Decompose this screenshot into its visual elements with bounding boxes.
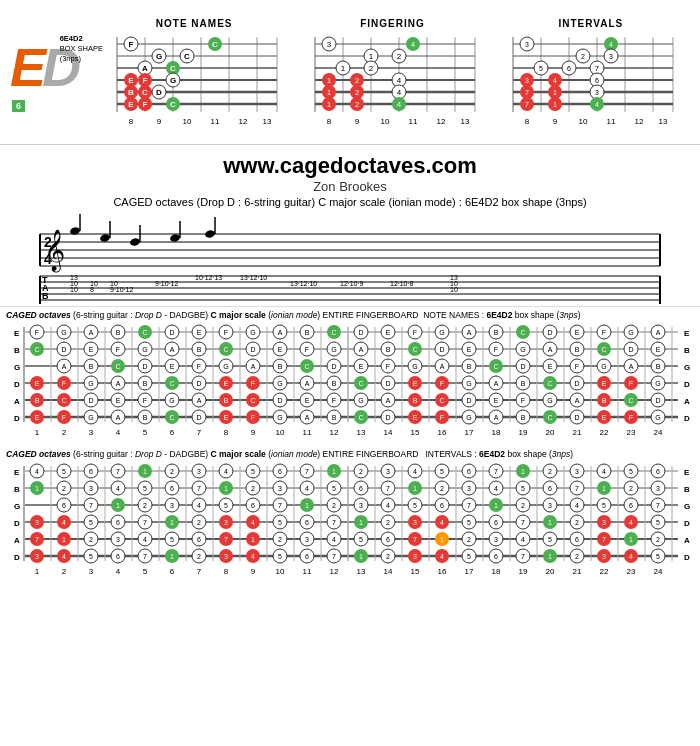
svg-text:F: F: [629, 380, 633, 387]
svg-text:G: G: [684, 502, 690, 511]
svg-text:1: 1: [553, 101, 557, 108]
note-names-fb-label: CAGED octaves (6-string guitar : Drop D …: [6, 310, 694, 320]
svg-text:D: D: [466, 397, 471, 404]
svg-text:G: G: [277, 414, 282, 421]
svg-text:E: E: [35, 380, 40, 387]
svg-text:2: 2: [359, 468, 363, 475]
svg-text:F: F: [440, 414, 444, 421]
svg-text:10: 10: [381, 117, 390, 126]
svg-text:9: 9: [156, 117, 161, 126]
svg-text:C: C: [628, 397, 633, 404]
svg-text:E: E: [494, 397, 499, 404]
note-names-fb-svg: E B G D A D E B G D A D: [6, 322, 694, 440]
svg-text:3: 3: [656, 485, 660, 492]
svg-text:G: G: [684, 363, 690, 372]
svg-text:2: 2: [355, 76, 360, 85]
svg-text:6: 6: [467, 468, 471, 475]
note-names-svg: F C C G A C E F: [107, 32, 282, 127]
svg-text:5: 5: [143, 485, 147, 492]
notation-staff: 2 4 T A B 13 10 10 10 8 10 9·10·12 9·10·…: [8, 214, 692, 304]
svg-text:2: 2: [369, 64, 374, 73]
svg-text:7: 7: [35, 536, 39, 543]
svg-text:D: D: [520, 363, 525, 370]
svg-text:D: D: [684, 553, 690, 562]
svg-text:1: 1: [548, 519, 552, 526]
svg-text:4: 4: [413, 468, 417, 475]
svg-text:B: B: [467, 363, 472, 370]
svg-text:4: 4: [332, 536, 336, 543]
svg-text:12: 12: [238, 117, 247, 126]
svg-point-187: [99, 233, 110, 242]
svg-text:2: 2: [62, 567, 67, 576]
svg-text:1: 1: [116, 502, 120, 509]
svg-text:3: 3: [35, 519, 39, 526]
svg-text:7: 7: [525, 101, 529, 108]
svg-text:5: 5: [62, 468, 66, 475]
svg-text:1: 1: [35, 567, 40, 576]
svg-text:3: 3: [467, 485, 471, 492]
svg-text:23: 23: [627, 428, 636, 437]
svg-text:6: 6: [170, 485, 174, 492]
svg-text:1: 1: [224, 485, 228, 492]
svg-text:17: 17: [465, 428, 474, 437]
svg-point-189: [129, 237, 140, 246]
svg-text:1: 1: [553, 89, 557, 96]
svg-text:B: B: [332, 414, 337, 421]
fingering-svg: 3 4 1 2 1 2 1 2 4 1 2: [305, 32, 480, 127]
svg-text:A: A: [656, 329, 661, 336]
svg-text:B: B: [413, 397, 418, 404]
svg-text:D: D: [169, 329, 174, 336]
box-shape-label: BOX SHAPE: [60, 44, 103, 54]
svg-text:1: 1: [305, 502, 309, 509]
svg-text:F: F: [629, 414, 633, 421]
svg-text:4: 4: [397, 88, 402, 97]
svg-text:B: B: [305, 329, 310, 336]
svg-text:B: B: [684, 485, 690, 494]
svg-text:2: 2: [332, 502, 336, 509]
svg-text:G: G: [277, 380, 282, 387]
e-letter: E: [10, 40, 46, 94]
svg-text:F: F: [305, 346, 309, 353]
svg-text:8: 8: [327, 117, 332, 126]
svg-text:D: D: [156, 88, 162, 97]
svg-text:B: B: [116, 329, 121, 336]
svg-text:10: 10: [276, 428, 285, 437]
svg-text:F: F: [602, 329, 606, 336]
svg-text:D: D: [14, 519, 20, 528]
svg-text:9·10·12: 9·10·12: [155, 280, 178, 287]
svg-text:4: 4: [629, 553, 633, 560]
svg-text:13: 13: [659, 117, 668, 126]
svg-text:A: A: [386, 397, 391, 404]
svg-text:6: 6: [575, 536, 579, 543]
svg-text:B: B: [332, 380, 337, 387]
svg-text:B: B: [42, 291, 49, 301]
svg-text:5: 5: [170, 536, 174, 543]
svg-text:G: G: [466, 380, 471, 387]
svg-text:G: G: [250, 329, 255, 336]
svg-text:11: 11: [303, 428, 312, 437]
svg-text:3: 3: [602, 553, 606, 560]
svg-text:15: 15: [411, 567, 420, 576]
svg-text:C: C: [520, 329, 525, 336]
svg-text:6: 6: [440, 502, 444, 509]
svg-text:G: G: [628, 329, 633, 336]
svg-text:B: B: [14, 485, 20, 494]
svg-text:G: G: [655, 414, 660, 421]
svg-text:D: D: [14, 553, 20, 562]
svg-text:4: 4: [440, 553, 444, 560]
svg-text:13·12·10: 13·12·10: [240, 274, 267, 281]
svg-text:4: 4: [629, 519, 633, 526]
svg-text:G: G: [170, 76, 176, 85]
svg-text:D: D: [684, 380, 690, 389]
svg-text:16: 16: [438, 567, 447, 576]
svg-text:14: 14: [384, 567, 393, 576]
svg-text:14: 14: [384, 428, 393, 437]
svg-text:8: 8: [525, 117, 530, 126]
svg-text:E: E: [575, 329, 580, 336]
svg-point-193: [204, 229, 215, 238]
svg-text:8: 8: [90, 286, 94, 293]
svg-text:3: 3: [327, 40, 332, 49]
svg-text:E: E: [305, 397, 310, 404]
svg-text:A: A: [170, 346, 175, 353]
svg-text:6: 6: [197, 536, 201, 543]
